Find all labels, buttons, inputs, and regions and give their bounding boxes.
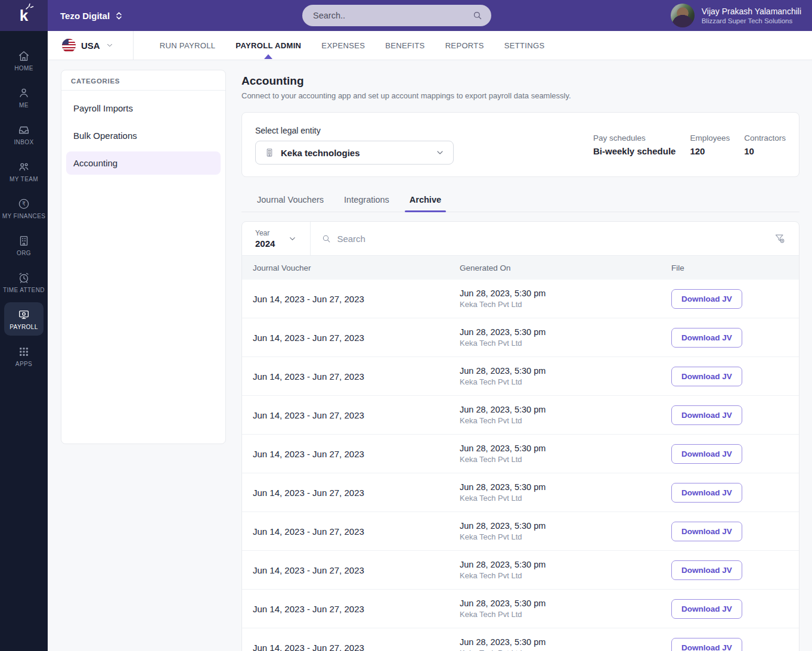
sidebar-item-inbox[interactable]: INBOX xyxy=(4,117,44,151)
generated-on: Jun 28, 2023, 5:30 pm xyxy=(460,521,671,531)
apps-grid-icon xyxy=(17,345,30,358)
archive-table-card: Year 2024 Journal Voucher Generated On F… xyxy=(241,221,799,651)
avatar xyxy=(671,4,695,27)
category-bulk-operations[interactable]: Bulk Operations xyxy=(66,124,221,147)
legal-entity-select[interactable]: Keka technologies xyxy=(255,141,454,165)
tab-benefits[interactable]: BENEFITS xyxy=(375,31,435,60)
sidebar-item-payroll[interactable]: PAYROLL xyxy=(4,302,44,336)
page-title: Accounting xyxy=(241,75,799,88)
download-jv-button[interactable]: Download JV xyxy=(671,328,742,348)
payroll-subnav: USA RUN PAYROLL PAYROLL ADMIN EXPENSES B… xyxy=(48,31,812,60)
sidebar-item-apps[interactable]: APPS xyxy=(4,339,44,373)
monitor-pay-icon xyxy=(17,308,30,321)
stat-pay-schedules: Pay schedules Bi-weekly schedule xyxy=(593,134,675,156)
user-org: Blizzard Super Tech Solutions xyxy=(702,17,801,26)
global-search-input[interactable] xyxy=(313,11,472,20)
tab-journal-vouchers[interactable]: Journal Vouchers xyxy=(252,191,328,212)
stat-employees: Employees 120 xyxy=(690,134,730,156)
table-row: Jun 14, 2023 - Jun 27, 2023 Jun 28, 2023… xyxy=(242,318,799,357)
search-icon xyxy=(321,234,331,244)
download-jv-button[interactable]: Download JV xyxy=(671,367,742,386)
clear-filter-button[interactable] xyxy=(761,232,799,244)
table-row: Jun 14, 2023 - Jun 27, 2023 Jun 28, 2023… xyxy=(242,435,799,473)
sidebar-item-my-finances[interactable]: ₹ MY FINANCES xyxy=(4,191,44,225)
subnav-menu: RUN PAYROLL PAYROLL ADMIN EXPENSES BENEF… xyxy=(150,31,555,60)
download-jv-button[interactable]: Download JV xyxy=(671,638,742,651)
country-selector[interactable]: USA xyxy=(48,31,134,60)
company-name: Keka Tech Pvt Ltd xyxy=(460,571,671,580)
tab-integrations[interactable]: Integrations xyxy=(339,191,394,212)
company-switcher[interactable]: Tezo Digital xyxy=(48,11,123,21)
entity-value: Keka technologies xyxy=(281,148,435,158)
table-row: Jun 14, 2023 - Jun 27, 2023 Jun 28, 2023… xyxy=(242,628,799,651)
category-accounting[interactable]: Accounting xyxy=(66,151,221,175)
year-filter[interactable]: Year 2024 xyxy=(242,222,311,255)
download-jv-button[interactable]: Download JV xyxy=(671,560,742,580)
tab-archive[interactable]: Archive xyxy=(405,191,446,212)
table-search-input[interactable] xyxy=(337,234,750,244)
user-name: Vijay Prakash Yalamanchili xyxy=(702,6,801,17)
tab-run-payroll[interactable]: RUN PAYROLL xyxy=(150,31,226,60)
company-name: Keka Tech Pvt Ltd xyxy=(460,610,671,619)
company-name: Keka Tech Pvt Ltd xyxy=(460,494,671,503)
accounting-section: Accounting Connect to your accounting ap… xyxy=(241,70,799,651)
generated-on: Jun 28, 2023, 5:30 pm xyxy=(460,637,671,647)
tab-settings[interactable]: SETTINGS xyxy=(494,31,555,60)
page-subtitle: Connect to your accounting app and set u… xyxy=(241,91,799,100)
voucher-period: Jun 14, 2023 - Jun 27, 2023 xyxy=(253,643,460,651)
download-jv-button[interactable]: Download JV xyxy=(671,405,742,425)
chevron-down-icon xyxy=(435,148,445,157)
generated-on: Jun 28, 2023, 5:30 pm xyxy=(460,366,671,376)
user-menu[interactable]: Vijay Prakash Yalamanchili Blizzard Supe… xyxy=(671,4,801,27)
table-row: Jun 14, 2023 - Jun 27, 2023 Jun 28, 2023… xyxy=(242,512,799,551)
table-row: Jun 14, 2023 - Jun 27, 2023 Jun 28, 2023… xyxy=(242,357,799,396)
tab-expenses[interactable]: EXPENSES xyxy=(311,31,375,60)
sidebar-item-my-team[interactable]: MY TEAM xyxy=(4,154,44,188)
chevron-down-icon xyxy=(288,234,297,243)
download-jv-button[interactable]: Download JV xyxy=(671,599,742,619)
entity-stats: Pay schedules Bi-weekly schedule Employe… xyxy=(593,134,786,156)
company-name: Keka Tech Pvt Ltd xyxy=(460,649,671,651)
company-name: Keka Tech Pvt Ltd xyxy=(460,300,671,309)
sidebar-item-home[interactable]: HOME xyxy=(4,44,44,77)
entity-label: Select legal entity xyxy=(255,126,454,135)
stat-contractors: Contractors 10 xyxy=(744,134,786,156)
sidebar-item-me[interactable]: ME xyxy=(4,80,44,114)
app-logo[interactable]: k xyxy=(0,0,48,31)
search-icon xyxy=(472,10,483,21)
voucher-period: Jun 14, 2023 - Jun 27, 2023 xyxy=(253,294,460,304)
company-name: Keka Tech Pvt Ltd xyxy=(460,532,671,541)
tab-payroll-admin[interactable]: PAYROLL ADMIN xyxy=(225,31,311,60)
inbox-icon xyxy=(17,123,30,137)
download-jv-button[interactable]: Download JV xyxy=(671,444,742,464)
column-journal-voucher: Journal Voucher xyxy=(253,264,460,272)
column-file: File xyxy=(671,264,788,272)
sidebar-item-time-attend[interactable]: TIME ATTEND xyxy=(4,265,44,299)
download-jv-button[interactable]: Download JV xyxy=(671,289,742,309)
table-header: Journal Voucher Generated On File xyxy=(242,256,799,280)
generated-on: Jun 28, 2023, 5:30 pm xyxy=(460,560,671,569)
person-icon xyxy=(17,86,30,100)
svg-text:₹: ₹ xyxy=(22,200,26,207)
top-bar: Tezo Digital Vijay Prakash Yalamanchili … xyxy=(48,0,812,31)
global-search[interactable] xyxy=(302,5,491,26)
table-row: Jun 14, 2023 - Jun 27, 2023 Jun 28, 2023… xyxy=(242,280,799,318)
logo-spark-icon xyxy=(25,2,35,11)
voucher-period: Jun 14, 2023 - Jun 27, 2023 xyxy=(253,410,460,420)
sidebar-item-org[interactable]: ORG xyxy=(4,228,44,262)
company-name: Keka Tech Pvt Ltd xyxy=(460,455,671,464)
tab-reports[interactable]: REPORTS xyxy=(435,31,494,60)
filter-row: Year 2024 xyxy=(242,222,799,256)
voucher-period: Jun 14, 2023 - Jun 27, 2023 xyxy=(253,333,460,343)
usa-flag-icon xyxy=(62,39,76,52)
download-jv-button[interactable]: Download JV xyxy=(671,483,742,503)
generated-on: Jun 28, 2023, 5:30 pm xyxy=(460,444,671,453)
table-search[interactable] xyxy=(311,234,761,244)
table-row: Jun 14, 2023 - Jun 27, 2023 Jun 28, 2023… xyxy=(242,396,799,435)
download-jv-button[interactable]: Download JV xyxy=(671,522,742,541)
company-name: Tezo Digital xyxy=(60,11,110,21)
company-name: Keka Tech Pvt Ltd xyxy=(460,377,671,386)
table-body: Jun 14, 2023 - Jun 27, 2023 Jun 28, 2023… xyxy=(242,280,799,651)
home-icon xyxy=(17,49,30,63)
category-payroll-imports[interactable]: Payroll Imports xyxy=(66,97,221,120)
